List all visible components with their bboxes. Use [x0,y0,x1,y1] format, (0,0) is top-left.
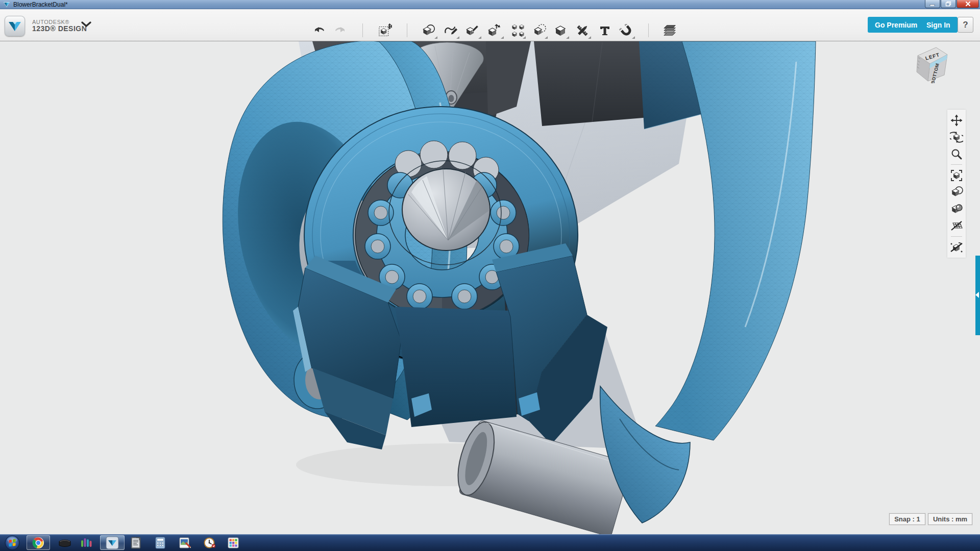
title-bar: BlowerBracketDual* [0,0,980,9]
material-icon[interactable] [663,23,677,38]
dropdown-triangle [588,36,591,39]
taskbar-grid-app[interactable] [225,535,242,550]
app-window: BlowerBracketDual* AUTODESK® 123D® DESIG… [0,0,980,551]
dropdown-triangle [501,36,504,39]
expand-arrow-icon [975,292,979,298]
toolbar-separator [648,23,649,37]
3d-viewport[interactable]: LEFT BOTTOM [0,41,980,534]
material-view-icon[interactable] [949,201,964,217]
dropdown-triangle [456,36,459,39]
help-button[interactable]: ? [958,17,973,33]
calculator-icon [155,537,166,549]
snap-setting[interactable]: Snap : 1 [889,513,925,525]
units-setting[interactable]: Units : mm [928,513,972,525]
redo-icon[interactable] [332,23,347,38]
clock-app-icon [204,537,216,549]
hide-sketches-icon[interactable] [949,239,964,256]
restore-button[interactable] [941,0,956,8]
combine-icon[interactable] [553,23,568,38]
3d-model-blower-bracket[interactable] [0,41,980,534]
toolbar-separator [362,23,363,37]
snap-icon[interactable] [619,23,633,38]
transform-icon[interactable] [378,23,393,38]
media-bars-icon [80,537,92,549]
taskbar-dark-app[interactable] [56,535,74,550]
main-toolbar: AUTODESK® 123D® DESIGN [0,9,980,41]
measure-icon[interactable] [575,23,590,38]
notepad-icon [130,537,141,549]
brand-line2: 123D® DESIGN [32,25,87,33]
grid-app-icon [228,537,239,548]
menu-chevron-icon[interactable] [81,20,92,29]
zoom-icon[interactable] [949,145,964,162]
toolbar-separator [407,23,407,37]
expand-panel-tab[interactable] [975,256,980,335]
dropdown-triangle [478,36,481,39]
view-cube[interactable]: LEFT BOTTOM [913,42,953,83]
dark-app-icon [58,537,71,549]
nav-separator [951,164,962,165]
minimize-button[interactable] [925,0,940,8]
taskbar-media-app[interactable] [78,535,95,550]
go-premium-button[interactable]: Go Premium [868,17,924,33]
123d-taskbar-icon [106,536,119,549]
taskbar-123d-design[interactable] [100,535,125,550]
image-editor-icon [179,537,191,549]
dropdown-triangle [545,36,548,39]
sketch-icon[interactable] [444,23,458,38]
modify-icon[interactable] [487,23,501,38]
grouping-icon[interactable] [532,23,547,38]
shaded-view-icon[interactable] [949,184,964,201]
construct-icon[interactable] [465,23,479,38]
navigation-toolbar [947,110,966,258]
windows-taskbar: 2:51 AM [0,534,980,551]
close-button[interactable] [957,0,979,8]
start-orb-icon [5,535,20,550]
orbit-icon[interactable] [949,129,964,145]
dropdown-triangle [566,36,569,39]
123d-logo-icon [5,16,25,36]
app-icon [3,2,10,8]
taskbar-calculator[interactable] [152,535,168,550]
primitives-icon[interactable] [422,23,436,38]
taskbar-clock-app[interactable] [201,535,218,550]
pattern-icon[interactable] [511,23,525,38]
dropdown-triangle [434,36,437,39]
nav-separator [951,236,962,237]
dropdown-triangle [632,36,635,39]
sign-in-button[interactable]: Sign In [919,17,958,33]
app-logo[interactable]: AUTODESK® 123D® DESIGN [5,16,87,36]
taskbar-notepad[interactable] [128,535,144,550]
text-icon[interactable] [598,23,612,38]
taskbar-image-editor[interactable] [177,535,193,550]
dropdown-triangle [523,36,526,39]
pan-icon[interactable] [949,112,964,129]
fit-view-icon[interactable] [949,167,964,184]
undo-icon[interactable] [313,23,327,38]
chrome-icon [32,537,44,549]
start-button[interactable] [3,535,22,550]
taskbar-chrome[interactable] [27,535,50,550]
window-title: BlowerBracketDual* [13,1,68,9]
grid-toggle-icon[interactable] [949,217,964,234]
